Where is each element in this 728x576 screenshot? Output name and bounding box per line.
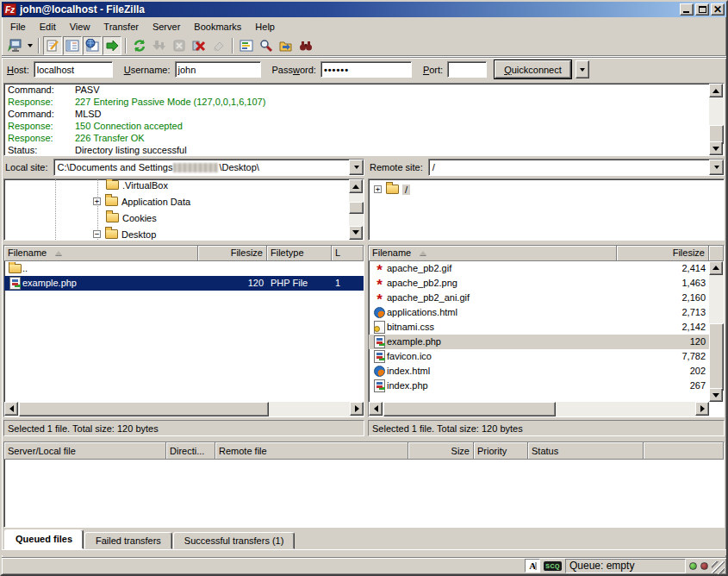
expand-plus-icon[interactable]: + [374, 185, 382, 193]
column-header-priority[interactable]: Priority [474, 442, 528, 460]
column-header-filename[interactable]: Filename [4, 246, 198, 261]
file-row[interactable]: apache_pb2.png 1,463 [369, 276, 709, 291]
remote-vertical-scrollbar[interactable] [709, 261, 724, 403]
scrollbar-thumb[interactable] [709, 323, 724, 391]
tab-queued-files[interactable]: Queued files [4, 529, 84, 549]
scroll-right-button[interactable] [350, 402, 364, 416]
local-tree-icon [65, 39, 79, 53]
scroll-down-button[interactable] [709, 141, 723, 155]
toggle-message-log-button[interactable] [43, 36, 62, 55]
file-search-button[interactable] [257, 36, 276, 55]
toggle-remote-tree-button[interactable] [83, 36, 102, 55]
menu-file[interactable]: File [3, 20, 33, 34]
file-row-updir[interactable]: .. [4, 261, 364, 276]
maximize-button[interactable] [695, 3, 709, 16]
local-horizontal-scrollbar[interactable] [4, 402, 364, 416]
synchronized-browsing-button[interactable] [296, 36, 315, 55]
column-header-status[interactable]: Status [528, 442, 644, 460]
username-input[interactable]: john [175, 61, 261, 78]
menu-edit[interactable]: Edit [33, 20, 63, 34]
cancel-operation-button[interactable] [170, 36, 189, 55]
menu-help[interactable]: Help [248, 20, 282, 34]
column-header-filesize[interactable]: Filesize [617, 246, 709, 261]
scroll-left-button[interactable] [4, 402, 18, 416]
file-row[interactable]: apache_pb2_ani.gif 2,160 [369, 291, 709, 305]
tree-item[interactable]: Cookies [102, 210, 157, 226]
column-header-filesize[interactable]: Filesize [198, 246, 267, 261]
file-row[interactable]: index.html 202 [369, 364, 709, 379]
column-header-server-local-file[interactable]: Server/Local file [4, 442, 166, 460]
file-row-selected[interactable]: example.php 120 [369, 335, 709, 349]
scrollbar-thumb[interactable] [383, 402, 556, 416]
column-header-filetype[interactable]: Filetype [267, 246, 332, 261]
refresh-button[interactable] [130, 36, 149, 55]
menu-server[interactable]: Server [146, 20, 187, 34]
window-title: john@localhost - FileZilla [20, 3, 678, 16]
local-site-dropdown[interactable] [349, 160, 364, 175]
title-bar[interactable]: Fz john@localhost - FileZilla ✕ [2, 2, 726, 17]
quickconnect-button[interactable]: Quickconnect [495, 60, 571, 78]
local-site-combo[interactable]: C:\Documents and Settings\Desktop\ [53, 159, 364, 176]
column-header-direction[interactable]: Directi... [166, 442, 215, 460]
file-row-selected[interactable]: example.php 120 PHP File 1 [4, 276, 364, 291]
file-row[interactable]: index.php 267 [369, 379, 709, 393]
tree-item[interactable]: + / [374, 181, 410, 197]
scroll-up-button[interactable] [709, 261, 723, 275]
scroll-left-button[interactable] [369, 402, 383, 416]
file-row[interactable]: apache_pb2.gif 2,414 [369, 261, 709, 276]
compare-directories-button[interactable] [277, 36, 296, 55]
menu-view[interactable]: View [63, 20, 97, 34]
file-row[interactable]: applications.html 2,713 [369, 305, 709, 320]
quickconnect-dropdown[interactable] [576, 60, 589, 78]
local-directory-tree[interactable]: .VirtualBox + Application Data Cookies −… [3, 178, 364, 241]
tree-item[interactable]: + Application Data [93, 193, 190, 210]
column-header-remote-file[interactable]: Remote file [215, 442, 408, 460]
remote-list-body[interactable]: apache_pb2.gif 2,414 apache_pb2.png 1,46… [369, 261, 709, 403]
expand-plus-icon[interactable]: + [93, 197, 101, 205]
resize-grip[interactable] [712, 561, 725, 574]
toggle-transfer-queue-button[interactable] [103, 36, 121, 55]
tree-item[interactable]: − Desktop [93, 226, 156, 241]
log-vertical-scrollbar[interactable] [709, 84, 724, 155]
remote-site-combo[interactable]: / [428, 159, 725, 176]
remote-site-dropdown[interactable] [709, 160, 724, 175]
queue-body[interactable] [4, 460, 724, 527]
message-log[interactable]: Command:PASV Response:227 Entering Passi… [3, 83, 725, 156]
scroll-down-button[interactable] [349, 226, 363, 240]
scrollbar-thumb[interactable] [19, 402, 269, 416]
column-header-last-modified[interactable]: L [332, 246, 364, 261]
file-row[interactable]: bitnami.css 2,142 [369, 320, 709, 335]
scroll-up-button[interactable] [709, 84, 723, 97]
close-button[interactable]: ✕ [711, 3, 725, 16]
clear-queue-button[interactable] [209, 36, 228, 55]
disconnect-button[interactable] [190, 36, 208, 55]
scroll-right-button[interactable] [695, 402, 709, 416]
local-list-body[interactable]: .. example.php 120 PHP File 1 [4, 261, 364, 403]
site-manager-dropdown[interactable] [25, 36, 34, 55]
column-header-filename[interactable]: Filename [369, 246, 617, 261]
scrollbar-thumb[interactable] [349, 202, 364, 214]
remote-directory-tree[interactable]: + / [368, 178, 725, 241]
scroll-down-button[interactable] [709, 388, 723, 402]
host-input[interactable]: localhost [34, 61, 113, 78]
local-tree-vertical-scrollbar[interactable] [349, 179, 364, 240]
file-row[interactable]: favicon.ico 7,782 [369, 349, 709, 364]
scroll-up-button[interactable] [349, 179, 363, 193]
site-manager-button[interactable] [5, 36, 24, 55]
column-header-size[interactable]: Size [408, 442, 474, 460]
remote-status-text: Selected 1 file. Total size: 120 bytes [368, 420, 725, 436]
directory-listing-filters-button[interactable] [237, 36, 256, 55]
menu-transfer[interactable]: Transfer [96, 20, 146, 34]
password-input[interactable]: •••••• [320, 61, 412, 78]
minimize-button[interactable] [680, 3, 694, 16]
tab-successful-transfers[interactable]: Successful transfers (1) [173, 532, 296, 549]
port-input[interactable] [447, 61, 487, 78]
toolbar [2, 35, 726, 57]
process-queue-button[interactable] [150, 36, 169, 55]
toggle-local-tree-button[interactable] [63, 36, 82, 55]
collapse-minus-icon[interactable]: − [93, 230, 101, 238]
tab-failed-transfers[interactable]: Failed transfers [84, 532, 172, 549]
remote-horizontal-scrollbar[interactable] [369, 402, 709, 416]
tree-item[interactable]: .VirtualBox [102, 178, 168, 193]
menu-bookmarks[interactable]: Bookmarks [187, 20, 248, 34]
